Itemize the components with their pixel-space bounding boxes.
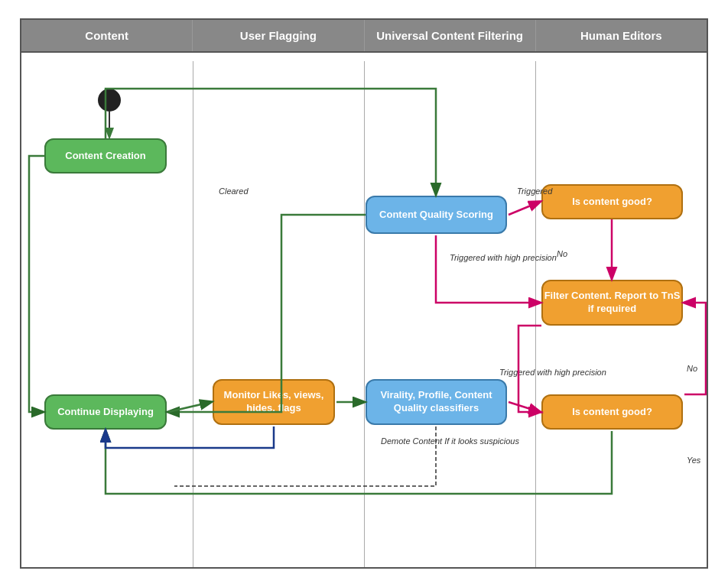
continue-displaying-node: Continue Displaying [44, 394, 167, 430]
virality-classifiers-node: Virality, Profile, Content Quality class… [366, 379, 507, 425]
diagram-wrapper: Content User Flagging Universal Content … [20, 18, 708, 569]
triggered-hp-2-label: Triggered with high precision [499, 368, 606, 378]
triggered-hp-1-label: Triggered with high precision [450, 253, 557, 263]
content-quality-scoring-node: Content Quality Scoring [366, 196, 507, 234]
divider-2 [364, 61, 365, 567]
yes-label: Yes [687, 456, 700, 465]
triggered-top-label: Triggered [517, 186, 552, 196]
filter-content-node: Filter Content. Report to TnS if require… [541, 280, 683, 326]
no-1-label: No [557, 249, 567, 259]
col-content: Content [21, 20, 193, 51]
cleared-label: Cleared [219, 186, 249, 196]
start-node [98, 89, 121, 112]
divider-1 [193, 61, 193, 567]
divider-3 [535, 61, 536, 567]
col-human-editors: Human Editors [536, 20, 707, 51]
demote-content-label: Demote Content If it looks suspicious [381, 436, 519, 446]
is-content-good-2-node: Is content good? [541, 394, 683, 430]
col-user-flagging: User Flagging [193, 20, 364, 51]
svg-line-3 [168, 402, 211, 412]
svg-line-5 [509, 402, 540, 412]
col-ucf: Universal Content Filtering [365, 20, 536, 51]
content-creation-node: Content Creation [44, 138, 167, 174]
no-2-label: No [687, 364, 697, 374]
is-content-good-1-node: Is content good? [541, 184, 683, 219]
monitor-likes-node: Monitor Likes, views, hides, flags [213, 379, 335, 425]
column-headers: Content User Flagging Universal Content … [21, 20, 707, 53]
svg-line-1 [509, 202, 540, 215]
